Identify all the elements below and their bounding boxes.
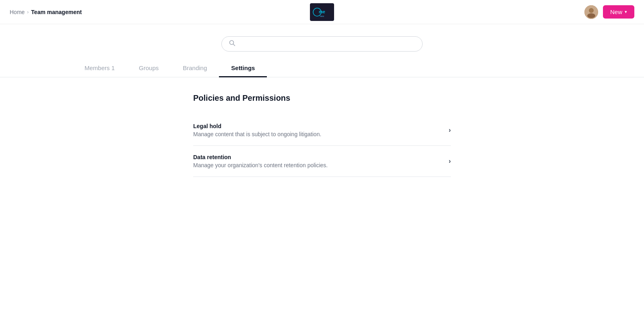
breadcrumb: Home › Team management xyxy=(10,9,82,15)
app-logo[interactable]: me neo xyxy=(310,3,334,21)
policy-item-info-legal-hold: Legal hold Manage content that is subjec… xyxy=(193,123,442,137)
search-icon xyxy=(229,40,235,48)
breadcrumb-chevron-icon: › xyxy=(27,9,29,15)
avatar-image xyxy=(584,5,598,19)
search-box xyxy=(221,36,423,52)
main-content: Members 1 Groups Branding Settings Polic… xyxy=(0,24,644,193)
policy-item-legal-hold[interactable]: Legal hold Manage content that is subjec… xyxy=(193,115,451,146)
tab-groups[interactable]: Groups xyxy=(127,60,171,77)
policy-list: Legal hold Manage content that is subjec… xyxy=(193,115,451,177)
tab-members[interactable]: Members 1 xyxy=(72,60,127,77)
avatar[interactable] xyxy=(584,5,598,19)
breadcrumb-current: Team management xyxy=(31,9,82,15)
policy-item-data-retention[interactable]: Data retention Manage your organization'… xyxy=(193,146,451,177)
policy-item-info-data-retention: Data retention Manage your organization'… xyxy=(193,154,442,168)
policy-item-title-data-retention: Data retention xyxy=(193,154,442,160)
tab-settings[interactable]: Settings xyxy=(219,60,267,77)
new-button-label: New xyxy=(610,8,622,15)
search-input[interactable] xyxy=(239,41,415,48)
search-container xyxy=(0,24,644,60)
breadcrumb-home-link[interactable]: Home xyxy=(10,9,25,15)
section-title: Policies and Permissions xyxy=(193,93,451,103)
tab-branding[interactable]: Branding xyxy=(171,60,219,77)
svg-point-5 xyxy=(589,8,594,13)
content-area: Policies and Permissions Legal hold Mana… xyxy=(0,77,644,193)
policy-item-title-legal-hold: Legal hold xyxy=(193,123,442,129)
header-right: New ▾ xyxy=(584,5,634,19)
svg-text:me: me xyxy=(319,9,325,14)
chevron-down-icon: ▾ xyxy=(625,9,627,15)
policy-item-desc-data-retention: Manage your organization's content reten… xyxy=(193,162,442,168)
svg-text:neo: neo xyxy=(320,15,324,17)
tabs: Members 1 Groups Branding Settings xyxy=(0,60,644,77)
policy-item-desc-legal-hold: Manage content that is subject to ongoin… xyxy=(193,131,442,137)
svg-point-6 xyxy=(587,13,595,18)
chevron-right-icon-legal-hold: › xyxy=(449,127,451,134)
svg-line-8 xyxy=(233,44,235,46)
chevron-right-icon-data-retention: › xyxy=(449,158,451,165)
new-button[interactable]: New ▾ xyxy=(603,5,634,19)
header: Home › Team management me neo New ▾ xyxy=(0,0,644,24)
